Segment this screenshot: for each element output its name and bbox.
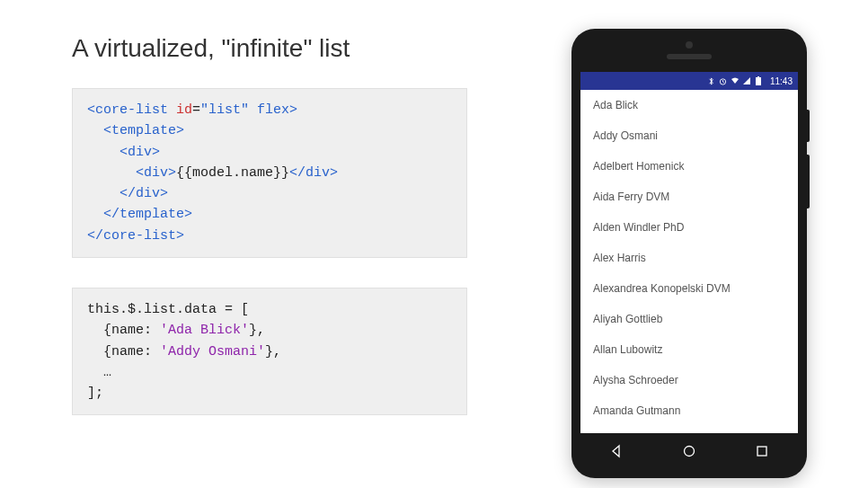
- code-token: .: [136, 302, 144, 317]
- code-token: {: [87, 323, 111, 338]
- battery-icon: [754, 76, 763, 85]
- code-token: .: [120, 302, 128, 317]
- code-token: 'Ada Blick': [160, 323, 249, 338]
- nav-back-button[interactable]: [599, 434, 633, 468]
- code-token: name: [111, 344, 144, 359]
- phone-camera: [686, 41, 693, 49]
- alarm-icon: [719, 76, 728, 85]
- code-token: </template>: [87, 207, 192, 222]
- svg-rect-1: [756, 77, 761, 85]
- code-token: name: [111, 323, 144, 338]
- nav-home-button[interactable]: [672, 434, 706, 468]
- list-item[interactable]: Aliyah Gottlieb: [580, 304, 798, 334]
- list-item[interactable]: Addy Osmani: [580, 120, 798, 151]
- code-token: 'Addy Osmani': [160, 344, 265, 359]
- phone-volume-button: [807, 155, 810, 209]
- list-item[interactable]: Allan Lubowitz: [580, 334, 798, 365]
- code-token: {: [87, 344, 111, 359]
- android-nav-bar: [580, 435, 798, 467]
- phone-frame: 11:43 Ada Blick Addy Osmani Adelbert Hom…: [571, 29, 807, 478]
- list-item[interactable]: Alden Windler PhD: [580, 212, 798, 243]
- code-token: {{model.name}}: [176, 165, 289, 181]
- list-item[interactable]: Aida Ferry DVM: [580, 182, 798, 212]
- code-token: <core-list: [87, 102, 168, 118]
- list-item[interactable]: Alex Harris: [580, 243, 798, 273]
- code-token: },: [249, 323, 265, 338]
- code-block-html: <core-list id="list" flex> <template> <d…: [72, 88, 467, 258]
- list-item[interactable]: Alexandrea Konopelski DVM: [580, 273, 798, 304]
- code-token: data: [184, 302, 217, 317]
- list-item[interactable]: Adelbert Homenick: [580, 151, 798, 182]
- list-item[interactable]: Alysha Schroeder: [580, 365, 798, 395]
- wifi-icon: [731, 76, 740, 85]
- status-bar: 11:43: [580, 72, 798, 90]
- code-token: =: [192, 102, 200, 118]
- svg-rect-4: [757, 447, 766, 456]
- code-token: this: [87, 302, 120, 317]
- code-token: <template>: [87, 123, 184, 138]
- svg-rect-2: [757, 76, 759, 77]
- phone-screen: 11:43 Ada Blick Addy Osmani Adelbert Hom…: [580, 72, 798, 433]
- bluetooth-icon: [707, 76, 716, 85]
- code-token: </core-list>: [87, 228, 184, 244]
- code-token: id: [168, 102, 192, 118]
- phone-power-button: [807, 110, 810, 142]
- code-token: </div>: [87, 186, 168, 201]
- code-token: ];: [87, 386, 103, 401]
- code-token: list: [144, 302, 176, 317]
- list-item[interactable]: Amanda Gutmann: [580, 395, 798, 426]
- code-token: <div>: [87, 145, 160, 160]
- slide-title: A virtualized, "infinite" list: [72, 34, 350, 63]
- phone-speaker: [667, 54, 712, 59]
- code-token: },: [265, 344, 281, 359]
- code-token: :: [144, 323, 160, 338]
- svg-point-3: [684, 447, 694, 457]
- code-token: :: [144, 344, 160, 359]
- code-block-js: this.$.list.data = [ {name: 'Ada Blick'}…: [72, 288, 467, 415]
- nav-recent-button[interactable]: [745, 434, 779, 468]
- list-item[interactable]: Ada Blick: [580, 90, 798, 120]
- code-token: $: [128, 302, 136, 317]
- code-token: </div>: [289, 165, 338, 181]
- code-token: <div>: [87, 165, 176, 181]
- contacts-list[interactable]: Ada Blick Addy Osmani Adelbert Homenick …: [580, 90, 798, 433]
- status-time: 11:43: [770, 76, 793, 86]
- status-icons: [707, 76, 763, 85]
- signal-icon: [742, 76, 751, 85]
- code-token: .: [176, 302, 184, 317]
- code-token: "list": [200, 102, 249, 118]
- code-token: flex>: [249, 102, 297, 118]
- code-token: = [: [217, 302, 249, 317]
- code-token: …: [87, 365, 111, 380]
